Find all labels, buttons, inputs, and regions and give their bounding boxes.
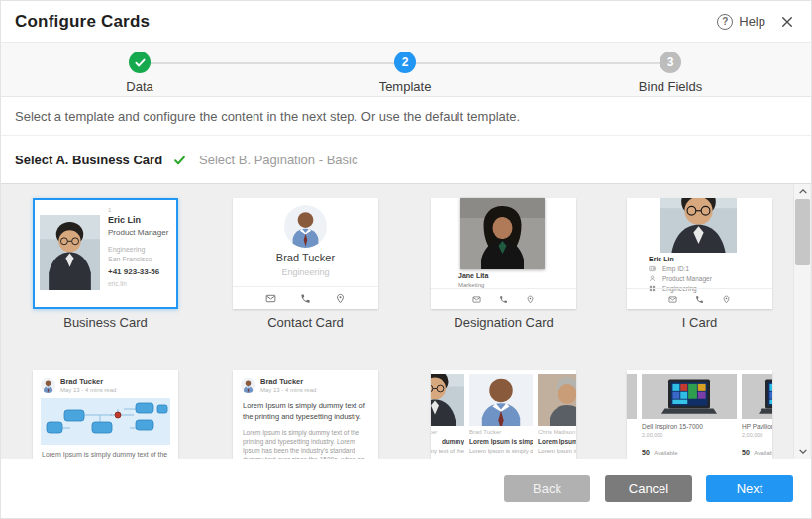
person-dept: Engineering [108,246,145,253]
stock-label: Available [654,450,677,456]
stock-count: 50 [742,449,750,456]
template-column: 1 Eric Lin Product Manager Engineering S… [33,198,178,330]
person-photo [431,374,464,426]
person-city: San Francisco [108,256,152,262]
flowchart-thumbnail [41,398,170,445]
person-email: eric.lin [108,280,127,287]
author-name: Brad Tucker [60,377,116,386]
mail-icon [472,295,481,304]
location-pin-icon [526,295,535,304]
step-number-badge: 3 [660,52,681,73]
wizard-stepper: Data 2 Template 3 Bind Fields [1,42,811,97]
template-label: Designation Card [431,315,576,330]
author-name: Brad Tucker [431,429,464,435]
location-pin-icon [335,293,346,304]
dialog-footer: Back Cancel Next [1,459,811,519]
scroll-down-icon[interactable] [794,444,811,459]
person-phone: +41 923-33-56 [108,267,159,276]
author-name: Brad Tucker [469,429,533,435]
back-button[interactable]: Back [504,475,590,502]
location-pin-icon [722,295,731,304]
person-photo [538,374,576,426]
carousel-slide: HP Pavilion 2,00,000 50 Available Lorem … [742,374,772,459]
person-name: Jane Lita [458,272,488,279]
product-stock: 50 Available [742,441,772,459]
detail-row: Product Manager [649,275,712,282]
person-photo [469,374,533,426]
record-index: 1 [108,207,111,213]
product-title: Dell Inspiron 15-7000 [642,423,737,430]
detail-row: Emp ID:1 [649,265,689,272]
carousel-slide [627,374,637,459]
avatar [41,378,55,393]
step-template[interactable]: 2 Template [336,52,474,94]
next-button[interactable]: Next [706,475,793,502]
tab-select-b-pagination-basic[interactable]: Select B. Pagination - Basic [199,136,357,184]
template-grid: 1 Eric Lin Product Manager Engineering S… [1,184,811,459]
carousel-slide: Brad Tucker dummy mmy text of the [431,374,464,459]
step-label: Template [336,79,474,94]
person-photo [460,198,545,269]
vertical-scrollbar[interactable] [793,184,810,459]
avatar [241,378,255,393]
close-icon[interactable] [779,14,795,30]
selector-tabs: Select A. Business Card Select B. Pagina… [1,136,811,184]
cancel-button[interactable]: Cancel [605,475,692,502]
slide-body: Lorem Ipsum is sim [538,448,576,454]
template-i-card[interactable]: Eric Lin Emp ID:1 Product Manager Engine… [627,198,772,309]
template-product-carousel-card[interactable]: Dell Inspiron 15-7000 2,00,000 50 Availa… [627,370,772,459]
dialog-header: Configure Cards ? Help [1,1,811,42]
avatar [284,205,327,248]
template-business-card[interactable]: 1 Eric Lin Product Manager Engineering S… [33,198,178,309]
instruction-text: Select a template and configure the cont… [1,97,811,136]
phone-icon [499,295,508,304]
person-name: Brad Tucker [233,252,378,263]
template-feed-diagram-card[interactable]: Brad Tucker May 13 - 4 mins read Lorem I… [33,370,178,459]
step-label: Data [70,79,209,94]
step-complete-check-icon [129,52,151,73]
carousel-slide: Brad Tucker Lorem Ipsum is simply dummy … [469,374,533,459]
header-actions: ? Help [717,1,795,42]
template-contact-card[interactable]: Brad Tucker Engineering [233,198,378,309]
feed-header: Brad Tucker May 13 - 4 mins read [233,370,378,397]
post-meta: May 13 - 4 mins read [60,387,116,393]
carousel: Dell Inspiron 15-7000 2,00,000 50 Availa… [627,370,772,459]
tab-label: Select A. Business Card [15,153,162,167]
product-photo [742,374,772,419]
product-price: 2,00,000 [642,432,737,438]
template-article-card[interactable]: Brad Tucker May 13 - 4 mins read Lorem I… [233,370,378,459]
page-title: Configure Cards [15,12,150,32]
slide-heading: Lorem Ipsum is a [538,438,576,445]
template-column: Eric Lin Emp ID:1 Product Manager Engine… [627,198,772,330]
person-photo [40,215,100,290]
template-label: I Card [627,315,772,330]
author-name: Brad Tucker [260,377,316,386]
badge-icon [649,265,656,272]
person-role: Product Manager [108,228,168,237]
feed-header: Brad Tucker May 13 - 4 mins read [33,370,178,397]
slide-heading: Lorem Ipsum is simply dummy [469,438,533,445]
tab-select-a-business-card[interactable]: Select A. Business Card [15,136,188,184]
help-button[interactable]: ? Help [717,14,765,30]
scroll-up-icon[interactable] [794,184,811,199]
phone-icon [695,295,704,304]
article-body: Lorem Ipsum is simply dummy text of the … [233,423,378,459]
step-data[interactable]: Data [70,52,209,94]
carousel: Brad Tucker dummy mmy text of the Brad T… [431,370,576,459]
scrollbar-thumb[interactable] [795,199,810,265]
template-column: Jane Lita Marketing Designation Card [431,198,576,330]
emp-id: Emp ID:1 [662,265,689,272]
help-label: Help [739,14,765,29]
template-designation-card[interactable]: Jane Lita Marketing [431,198,576,309]
article-heading: Lorem Ipsum is simply dummy text of the … [233,397,378,423]
mail-icon [668,295,677,304]
configure-cards-dialog: Configure Cards ? Help Data 2 Template 3… [0,0,812,519]
stock-label: Available [754,450,772,456]
person-dept: Engineering [233,267,378,277]
template-people-carousel-card[interactable]: Brad Tucker dummy mmy text of the Brad T… [431,370,576,459]
post-meta: May 13 - 4 mins read [260,387,316,393]
step-bind-fields[interactable]: 3 Bind Fields [601,52,740,94]
product-stock: 50 Available [642,441,737,459]
template-label: Contact Card [233,315,378,330]
contact-actions [233,286,378,304]
